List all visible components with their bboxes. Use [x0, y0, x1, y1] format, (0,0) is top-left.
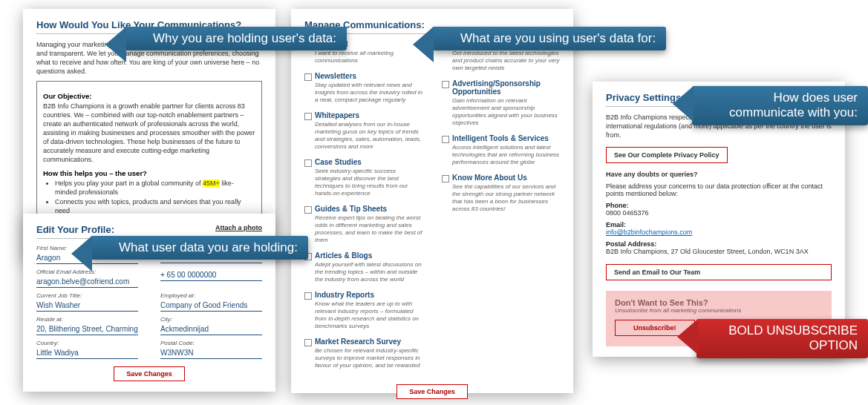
- comm-item: Case StudiesSeek industry-specific succe…: [304, 158, 422, 197]
- helps-label: How this helps you – the user?: [43, 169, 255, 177]
- comm-desc: Get introduced to the latest technologie…: [442, 50, 560, 72]
- comm-item: Know More About UsSee the capabilities o…: [442, 174, 560, 213]
- callout-bold-unsub: BOLD UNSUBSCRIBE OPTION: [696, 319, 868, 358]
- callout-communicate: How does user communicate with you:: [692, 86, 868, 125]
- job-label: Current Job Title:: [36, 292, 138, 299]
- city-label: City:: [160, 316, 262, 323]
- comm-item: Advertising/Sponsorship OpportunitiesGai…: [442, 79, 560, 127]
- callout-using-for: What are you using user's data for:: [432, 27, 666, 50]
- country-field[interactable]: Little Wadiya: [36, 348, 138, 359]
- comm-desc: Access intelligent solutions and latest …: [442, 144, 560, 166]
- save-communications-button[interactable]: Save Changes: [397, 384, 468, 399]
- manage-communications-panel: Manage Communications: Select AllI want …: [291, 9, 573, 393]
- callout-why: Why you are holding user's data:: [125, 27, 347, 50]
- comm-desc: Be chosen for relevant industry-specific…: [304, 347, 422, 369]
- comm-checkbox-whitepapers[interactable]: Whitepapers: [304, 111, 422, 119]
- postal-label: Postal Address:: [606, 240, 832, 248]
- employer-field[interactable]: Company of Good Friends: [160, 300, 262, 312]
- comm-checkbox-articles-blogs[interactable]: Articles & Blogs: [304, 251, 422, 260]
- comm-desc: Gain information on relevant advertiseme…: [442, 97, 560, 127]
- comm-checkbox-case-studies[interactable]: Case Studies: [304, 158, 422, 166]
- unsub-title: Don't Want to See This?: [615, 298, 823, 307]
- comm-desc: Adept yourself with latest discussions o…: [304, 261, 422, 283]
- comm-checkbox-guides-tip-sheets[interactable]: Guides & Tip Sheets: [304, 205, 422, 213]
- comm-desc: Stay updated with relevant news and insi…: [304, 82, 422, 104]
- comm-item: NewslettersStay updated with relevant ne…: [304, 72, 422, 104]
- reside-field[interactable]: 20, Blithering Street, Charming: [36, 324, 138, 335]
- doubts-heading: Have any doubts or queries?: [606, 171, 832, 178]
- comm-checkbox-advertising-sponsorship-opportunities[interactable]: Advertising/Sponsorship Opportunities: [442, 79, 560, 96]
- email-field[interactable]: aragon.belve@cofriend.com: [36, 277, 138, 288]
- comm-checkbox-industry-reports[interactable]: Industry Reports: [304, 291, 422, 299]
- comm-checkbox-know-more-about-us[interactable]: Know More About Us: [442, 174, 560, 182]
- unsub-subtitle: Unsubscribe from all marketing communica…: [615, 307, 823, 314]
- comm-item: Articles & BlogsAdept yourself with late…: [304, 251, 422, 283]
- postal-field[interactable]: W3NW3N: [160, 348, 262, 359]
- comm-desc: I want to receive all marketing communic…: [304, 50, 422, 65]
- phone-value: 0800 0465376: [606, 209, 832, 217]
- phone-label: Phone:: [606, 202, 832, 209]
- comm-item: Market Research SurveyBe chosen for rele…: [304, 338, 422, 369]
- comm-item: WhitepapersDetailed analyses from our in…: [304, 111, 422, 151]
- postal-label: Postal Code:: [160, 340, 262, 346]
- email-link[interactable]: info@b2binfochampions.com: [606, 228, 692, 236]
- comm-checkbox-market-research-survey[interactable]: Market Research Survey: [304, 338, 422, 346]
- send-email-button[interactable]: Send an Email to Our Team: [606, 264, 832, 280]
- attach-photo-link[interactable]: Attach a photo: [215, 224, 262, 231]
- comm-item: Industry ReportsKnow what the leaders ar…: [304, 291, 422, 330]
- address-concerns-text: Please address your concerns to our data…: [606, 182, 832, 197]
- comm-col-left: Select AllI want to receive all marketin…: [304, 40, 422, 377]
- country-label: Country:: [36, 340, 138, 346]
- comm-desc: See the capabilities of our services and…: [442, 183, 560, 213]
- callout-holding: What user data you are holding:: [91, 236, 308, 260]
- employer-label: Employed at:: [160, 292, 262, 299]
- bullet-1: Helps you play your part in a global com…: [55, 179, 255, 197]
- city-field[interactable]: Ackmedinnijad: [160, 324, 262, 335]
- objective-text: B2B Info Champions is a growth enable pa…: [43, 102, 255, 165]
- job-field[interactable]: Wish Washer: [36, 300, 138, 312]
- reside-label: Reside at:: [36, 316, 138, 323]
- save-profile-button[interactable]: Save Changes: [114, 366, 185, 381]
- phone-field[interactable]: + 65 00 0000000: [160, 270, 262, 281]
- email-label: Email:: [606, 221, 832, 228]
- comm-checkbox-newsletters[interactable]: Newsletters: [304, 72, 422, 80]
- comm-desc: Receive expert tips on beating the worst…: [304, 214, 422, 244]
- comm-desc: Detailed analyses from our in-house mark…: [304, 121, 422, 151]
- comm-checkbox-intelligent-tools-services[interactable]: Intelligent Tools & Services: [442, 134, 560, 142]
- comm-desc: Seek industry-specific success strategie…: [304, 168, 422, 197]
- comm-desc: Know what the leaders are up to with rel…: [304, 300, 422, 330]
- objective-label: Our Objective:: [43, 92, 255, 100]
- comm-item: Guides & Tip SheetsReceive expert tips o…: [304, 205, 422, 244]
- postal-value: B2B Info Champions, 27 Old Gloucester St…: [606, 248, 832, 255]
- privacy-policy-button[interactable]: See Our Complete Privacy Policy: [606, 147, 728, 163]
- comm-item: Intelligent Tools & ServicesAccess intel…: [442, 134, 560, 166]
- comm-col-right: Product UpdatesGet introduced to the lat…: [442, 40, 560, 377]
